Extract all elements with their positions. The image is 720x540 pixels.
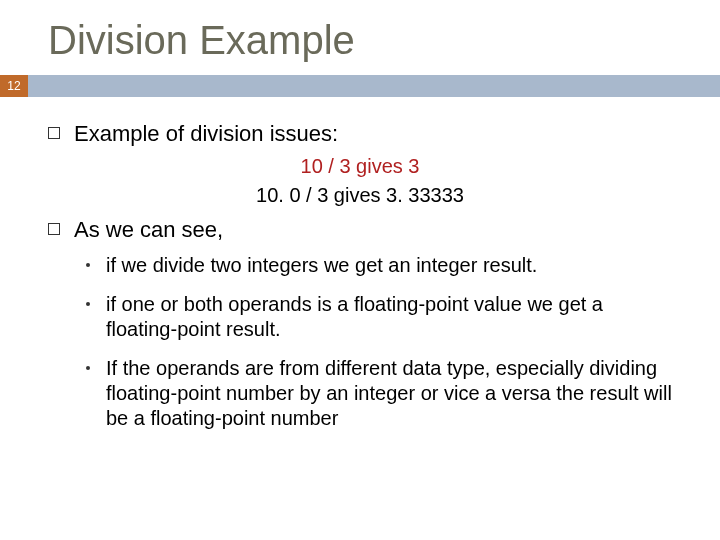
sub-bullet-group: if we divide two integers we get an inte… — [86, 253, 672, 431]
square-bullet-icon — [48, 223, 60, 235]
slide-title: Division Example — [0, 0, 720, 75]
page-number: 12 — [0, 75, 28, 97]
bullet-text: As we can see, — [74, 217, 223, 243]
square-bullet-icon — [48, 127, 60, 139]
example-line: 10 / 3 gives 3 — [48, 155, 672, 178]
dot-bullet-icon — [86, 263, 90, 267]
header-bar: 12 — [0, 75, 720, 97]
sub-bullet-text: if we divide two integers we get an inte… — [106, 253, 537, 278]
dot-bullet-icon — [86, 302, 90, 306]
accent-bar — [28, 75, 720, 97]
example-line: 10. 0 / 3 gives 3. 33333 — [48, 184, 672, 207]
sub-bullet-text: If the operands are from different data … — [106, 356, 672, 431]
slide: Division Example 12 Example of division … — [0, 0, 720, 540]
bullet-text: Example of division issues: — [74, 121, 338, 147]
dot-bullet-icon — [86, 366, 90, 370]
bullet-level1: Example of division issues: — [48, 121, 672, 147]
bullet-level2: If the operands are from different data … — [86, 356, 672, 431]
sub-bullet-text: if one or both operands is a floating-po… — [106, 292, 672, 342]
slide-content: Example of division issues: 10 / 3 gives… — [0, 97, 720, 431]
bullet-level2: if one or both operands is a floating-po… — [86, 292, 672, 342]
bullet-level1: As we can see, — [48, 217, 672, 243]
bullet-level2: if we divide two integers we get an inte… — [86, 253, 672, 278]
